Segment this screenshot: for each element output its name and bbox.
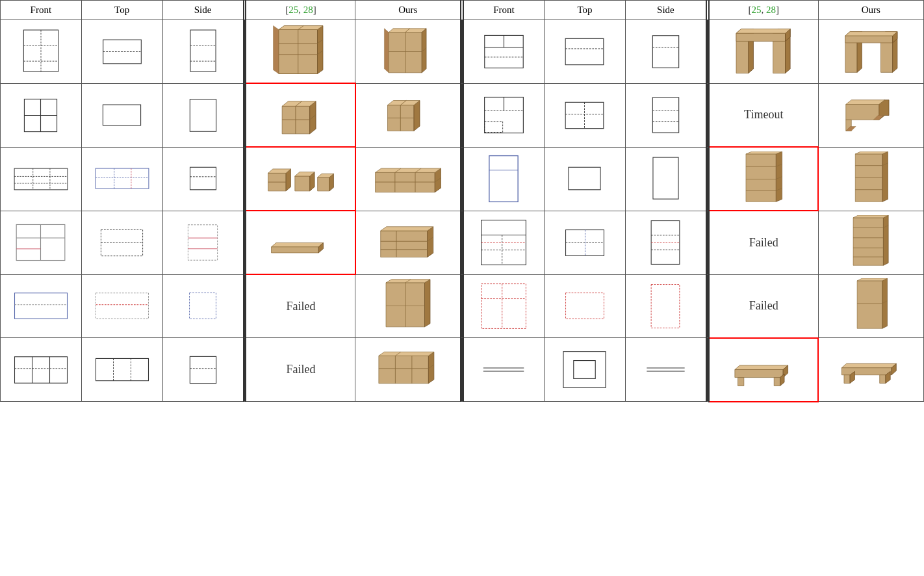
- ref-comma-left: ,: [298, 5, 303, 15]
- svg-marker-171: [883, 215, 888, 265]
- r3-ref-left: [246, 147, 355, 211]
- r3-side-right: [625, 147, 706, 211]
- ref-28-right: 28: [766, 5, 776, 15]
- r1-side-right: [625, 20, 706, 84]
- header-ours-right: Ours: [818, 1, 923, 20]
- svg-rect-76: [485, 122, 503, 133]
- failed-text-r4-right: Failed: [749, 236, 778, 250]
- r4-front-left: [1, 211, 82, 274]
- r5-ref-left: Failed: [246, 274, 355, 338]
- comparison-table: Front Top Side [25, 28] Ours Front Top S…: [0, 0, 924, 402]
- header-ours-left: Ours: [355, 1, 461, 20]
- svg-rect-203: [96, 358, 148, 380]
- r6-ref-left: Failed: [246, 338, 355, 402]
- svg-marker-184: [424, 280, 430, 327]
- svg-marker-223: [735, 370, 783, 378]
- svg-rect-122: [653, 157, 678, 199]
- bracket-close-right: ]: [776, 5, 779, 15]
- r1-ours-left: [355, 20, 461, 84]
- svg-marker-85: [846, 99, 885, 104]
- svg-marker-24: [422, 29, 426, 73]
- svg-rect-98: [190, 167, 216, 190]
- r4-ref-left: [246, 211, 355, 274]
- svg-rect-145: [188, 225, 218, 260]
- r5-ours-left: [355, 274, 461, 338]
- svg-marker-233: [880, 375, 886, 384]
- r6-ours-left: [355, 338, 461, 402]
- svg-rect-219: [574, 361, 595, 379]
- r5-front-right: [463, 274, 545, 338]
- svg-rect-206: [190, 356, 216, 383]
- svg-rect-218: [563, 352, 606, 388]
- failed-text-r5-right: Failed: [749, 299, 778, 313]
- svg-rect-180: [96, 293, 148, 319]
- r4-side-left: [162, 211, 244, 274]
- svg-marker-112: [376, 168, 441, 172]
- svg-marker-10: [273, 25, 279, 73]
- r5-side-right: [625, 274, 706, 338]
- svg-marker-208: [379, 356, 429, 384]
- timeout-text: Timeout: [744, 108, 783, 122]
- bracket-close-left: ]: [313, 5, 316, 15]
- svg-marker-170: [853, 217, 883, 265]
- svg-rect-121: [569, 167, 600, 190]
- svg-marker-172: [853, 215, 888, 218]
- r1-front-right: [463, 20, 545, 84]
- svg-rect-94: [96, 168, 149, 189]
- svg-marker-148: [271, 242, 323, 246]
- header-top-left: Top: [81, 1, 162, 20]
- header-ref-right: [25, 28]: [709, 1, 818, 20]
- svg-marker-151: [381, 231, 428, 257]
- r1-side-left: [162, 20, 244, 84]
- r4-ours-right: [818, 211, 923, 274]
- r1-ref-right: [709, 20, 818, 84]
- svg-marker-45: [736, 29, 790, 33]
- r2-front-right: [463, 83, 545, 147]
- r6-front-left: [1, 338, 82, 402]
- svg-marker-43: [736, 33, 786, 41]
- r1-top-right: [545, 20, 626, 84]
- svg-marker-107: [317, 177, 329, 190]
- svg-rect-89: [14, 168, 68, 190]
- r1-front-left: [1, 20, 82, 84]
- header-front-right: Front: [463, 1, 545, 20]
- svg-marker-153: [381, 227, 433, 231]
- r3-ours-left: [355, 147, 461, 211]
- svg-marker-226: [774, 378, 780, 386]
- r6-side-right: [625, 338, 706, 402]
- svg-marker-104: [295, 176, 310, 190]
- svg-rect-80: [652, 98, 678, 133]
- svg-marker-210: [379, 352, 434, 356]
- r5-front-left: [1, 274, 82, 338]
- svg-marker-12: [317, 25, 323, 73]
- header-side-right: Side: [625, 1, 706, 20]
- r5-top-left: [81, 274, 162, 338]
- svg-marker-133: [882, 151, 888, 202]
- header-front-left: Front: [1, 1, 82, 20]
- r3-top-left: [81, 147, 162, 211]
- svg-marker-22: [384, 29, 389, 73]
- svg-rect-182: [190, 293, 216, 319]
- header-ref-left: [25, 28]: [246, 1, 355, 20]
- failed-text-r6-left: Failed: [286, 363, 315, 376]
- r3-front-left: [1, 147, 82, 211]
- r5-ours-right: [818, 274, 923, 338]
- svg-marker-194: [857, 281, 882, 328]
- r2-front-left: [1, 83, 82, 147]
- r5-ref-right: Failed: [709, 274, 818, 338]
- failed-text-r5-left: Failed: [286, 300, 315, 313]
- r4-ours-left: [355, 211, 461, 274]
- svg-marker-52: [845, 36, 893, 43]
- r2-ours-right: [818, 83, 923, 147]
- svg-marker-134: [855, 151, 888, 154]
- svg-marker-124: [776, 151, 782, 202]
- svg-rect-58: [103, 105, 141, 125]
- svg-marker-123: [746, 153, 776, 201]
- r6-ours-right: [818, 338, 923, 402]
- r4-front-right: [463, 211, 545, 274]
- svg-marker-228: [841, 363, 896, 367]
- r2-ref-left: [246, 83, 355, 147]
- r3-ref-right: [709, 147, 818, 211]
- svg-rect-193: [652, 284, 680, 328]
- r1-top-left: [81, 20, 162, 84]
